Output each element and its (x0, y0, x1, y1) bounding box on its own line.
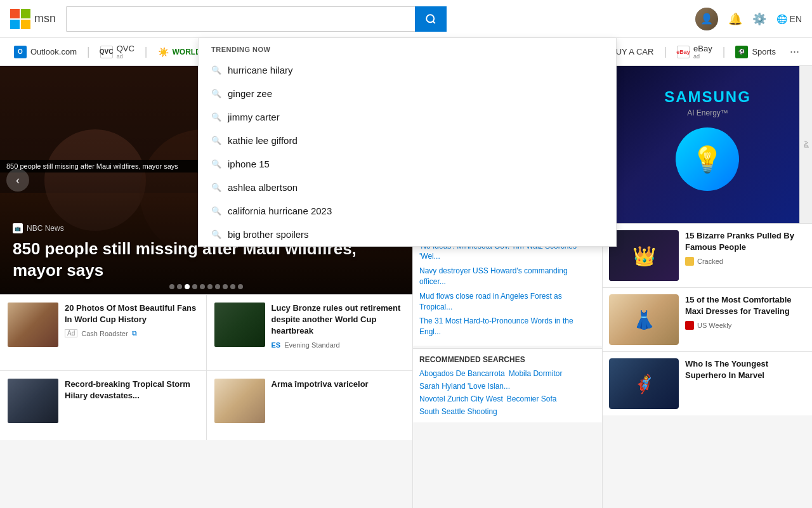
trending-item-6[interactable]: california hurricane 2023 (199, 199, 616, 223)
hero-tooltip: 850 people still missing after Maui wild… (0, 160, 203, 173)
trending-item-4[interactable]: iphone 15 (199, 152, 616, 176)
hero-dot-7[interactable] (215, 284, 220, 289)
nav-more-button[interactable]: ··· (785, 42, 804, 61)
msn-text: msn (34, 12, 56, 25)
ad-banner: SAMSUNG AI Energy™ 💡 Ad (603, 66, 812, 223)
svg-rect-1 (21, 9, 30, 18)
trending-list-item-3[interactable]: Mud flows close road in Angeles Forest a… (419, 289, 596, 315)
trending-list-item-4[interactable]: The 31 Most Hard-to-Pronounce Words in t… (419, 314, 596, 339)
ebay-ad-label: ad (693, 53, 712, 60)
hero-dot-8[interactable] (223, 284, 228, 289)
side-article-maxi[interactable]: 👗 15 of the Most Comfortable Maxi Dresse… (603, 287, 812, 351)
outlook-icon: O (14, 46, 27, 58)
bottom-card-arma-content: Arma împotriva varicelor (272, 379, 405, 433)
cracked-badge-icon (685, 257, 694, 266)
maxi-source: US Weekly (685, 321, 806, 330)
trending-item-1[interactable]: ginger zee (199, 82, 616, 105)
youngest-title: Who Is The Youngest Superhero In Marvel (685, 358, 806, 381)
nav-item-outlook[interactable]: O Outlook.com (8, 42, 83, 62)
nav-separator-5: | (723, 45, 726, 58)
ad-tagline: AI Energy™ (664, 108, 751, 117)
trending-now-label: TRENDING NOW (199, 38, 616, 58)
pranks-image: 👑 (609, 230, 679, 281)
hero-dot-1[interactable] (169, 284, 174, 289)
side-article-pranks[interactable]: 👑 15 Bizarre Pranks Pulled By Famous Peo… (603, 223, 812, 287)
rec-link-1[interactable]: Mobila Dormitor (509, 369, 563, 378)
msn-logo[interactable]: msn (10, 9, 56, 29)
rec-link-4[interactable]: Becomier Sofa (507, 394, 557, 403)
usweekly-badge-icon (685, 321, 694, 330)
bottom-card-storm-image (8, 379, 58, 423)
header: msn 👤 🔔 ⚙️ 🌐 EN (0, 0, 812, 38)
svg-rect-3 (21, 20, 30, 29)
small-card-fans-content: 20 Photos Of Most Beautiful Fans In Worl… (65, 303, 199, 363)
notifications-icon[interactable]: 🔔 (728, 12, 742, 26)
bottom-cards: Record-breaking Tropical Storm Hilary de… (0, 370, 412, 440)
search-bar-container (66, 6, 447, 32)
trending-item-5[interactable]: ashlea albertson (199, 176, 616, 199)
nbc-news-icon: 📺 (13, 223, 23, 233)
side-article-youngest[interactable]: 🦸 Who Is The Youngest Superhero In Marve… (603, 351, 812, 415)
nav-item-sports[interactable]: ⚽ Sports (729, 42, 782, 62)
rec-link-5[interactable]: South Seattle Shooting (419, 407, 497, 416)
hero-dot-6[interactable] (207, 284, 213, 289)
small-card-fans-title: 20 Photos Of Most Beautiful Fans In Worl… (65, 303, 199, 325)
hero-dot-3[interactable] (185, 284, 190, 289)
search-icon (425, 13, 436, 25)
rec-link-2[interactable]: Sarah Hyland 'Love Islan... (419, 382, 510, 391)
maxi-content: 15 of the Most Comfortable Maxi Dresses … (685, 294, 806, 345)
youngest-image: 🦸 (609, 358, 679, 409)
small-card-fans[interactable]: 20 Photos Of Most Beautiful Fans In Worl… (0, 294, 207, 370)
maxi-source-name: US Weekly (697, 322, 731, 329)
small-card-bronze-image (214, 303, 265, 347)
globe-icon: 🌐 (776, 14, 787, 24)
hero-prev-button[interactable]: ‹ (6, 169, 29, 192)
search-button[interactable] (415, 6, 447, 32)
avatar[interactable]: 👤 (695, 8, 718, 30)
hero-dot-9[interactable] (230, 284, 235, 289)
nav-separator-4: | (664, 45, 667, 58)
maxi-title: 15 of the Most Comfortable Maxi Dresses … (685, 294, 806, 317)
trending-item-3[interactable]: kathie lee gifford (199, 129, 616, 152)
msn-logo-icon (10, 9, 30, 29)
qvc-icon: QVC (100, 46, 113, 58)
small-card-bronze[interactable]: Lucy Bronze rules out retirement despite… (207, 294, 413, 370)
sports-icon: ⚽ (735, 46, 748, 58)
small-card-fans-image (8, 303, 58, 347)
hero-dot-2[interactable] (177, 284, 182, 289)
nav-item-ebay[interactable]: eBay eBay ad (671, 40, 719, 63)
nav-buyacar-label: BUY A CAR (610, 47, 653, 56)
recommended-searches-title: RECOMMENDED SEARCHES (419, 355, 596, 364)
hero-dots (169, 284, 243, 289)
svg-line-5 (433, 21, 435, 23)
bottom-card-arma[interactable]: Arma împotriva varicelor (207, 370, 413, 440)
hero-dot-5[interactable] (200, 284, 205, 289)
recommended-links: Abogados De Bancarrota Mobila Dormitor S… (419, 369, 596, 416)
pranks-content: 15 Bizarre Pranks Pulled By Famous Peopl… (685, 230, 806, 281)
hero-dot-4[interactable] (192, 284, 197, 289)
bottom-card-arma-image (214, 379, 265, 423)
trending-list-item-2[interactable]: Navy destroyer USS Howard's commanding o… (419, 264, 596, 289)
small-card-bronze-content: Lucy Bronze rules out retirement despite… (272, 303, 405, 363)
hero-dot-10[interactable] (238, 284, 243, 289)
small-cards: 20 Photos Of Most Beautiful Fans In Worl… (0, 294, 412, 370)
ad-brand: SAMSUNG (664, 88, 751, 106)
rec-link-0[interactable]: Abogados De Bancarrota (419, 369, 505, 378)
language-button[interactable]: 🌐 EN (776, 14, 802, 24)
hero-source-name: NBC News (27, 224, 64, 233)
small-card-fans-meta: Ad Cash Roadster ⧉ (65, 329, 199, 337)
trending-item-0[interactable]: hurricane hilary (199, 58, 616, 82)
nav-item-qvc[interactable]: QVC QVC ad (94, 40, 141, 63)
trending-item-2[interactable]: jimmy carter (199, 105, 616, 129)
nav-qvc-label: QVC (117, 44, 134, 53)
settings-icon[interactable]: ⚙️ (752, 12, 766, 26)
nav-sports-label: Sports (752, 47, 776, 56)
search-input[interactable] (66, 6, 447, 32)
trending-item-7[interactable]: big brother spoilers (199, 223, 616, 246)
bottom-card-storm[interactable]: Record-breaking Tropical Storm Hilary de… (0, 370, 207, 440)
nav-ebay-label: eBay (693, 44, 712, 53)
maxi-image: 👗 (609, 294, 679, 345)
pranks-source: Cracked (685, 257, 806, 266)
rec-link-3[interactable]: Novotel Zurich City West (419, 394, 503, 403)
youngest-content: Who Is The Youngest Superhero In Marvel (685, 358, 806, 409)
